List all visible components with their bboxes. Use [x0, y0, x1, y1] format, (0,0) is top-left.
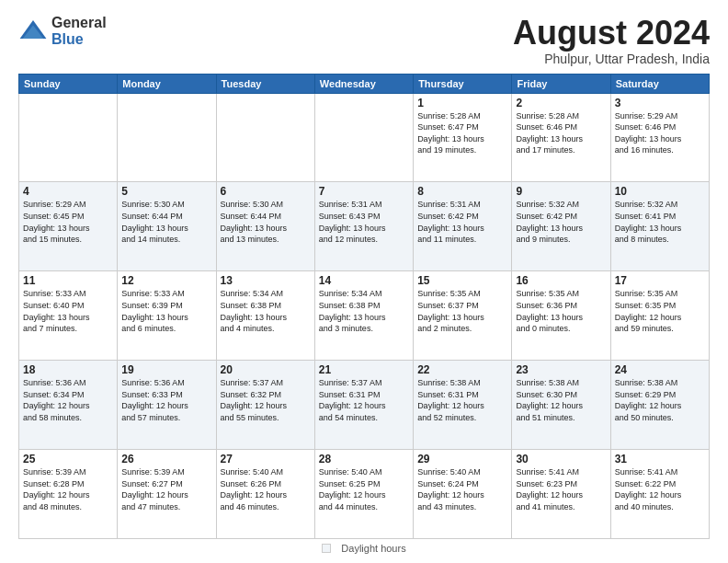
- logo-blue: Blue: [51, 31, 107, 48]
- table-row: 30Sunrise: 5:41 AM Sunset: 6:23 PM Dayli…: [512, 450, 610, 539]
- table-row: 17Sunrise: 5:35 AM Sunset: 6:35 PM Dayli…: [610, 271, 709, 361]
- table-row: 7Sunrise: 5:31 AM Sunset: 6:43 PM Daylig…: [314, 182, 413, 271]
- day-info: Sunrise: 5:39 AM Sunset: 6:27 PM Dayligh…: [121, 466, 211, 512]
- col-monday: Monday: [118, 74, 216, 93]
- day-number: 21: [319, 363, 409, 376]
- col-saturday: Saturday: [610, 74, 709, 93]
- day-number: 7: [319, 185, 409, 198]
- logo: General Blue: [18, 15, 107, 47]
- day-number: 10: [615, 185, 705, 198]
- day-info: Sunrise: 5:33 AM Sunset: 6:40 PM Dayligh…: [23, 288, 113, 334]
- logo-text: General Blue: [51, 15, 107, 47]
- day-number: 29: [417, 453, 507, 465]
- table-row: 6Sunrise: 5:30 AM Sunset: 6:44 PM Daylig…: [216, 182, 314, 271]
- day-info: Sunrise: 5:39 AM Sunset: 6:28 PM Dayligh…: [23, 466, 113, 512]
- table-row: 2Sunrise: 5:28 AM Sunset: 6:46 PM Daylig…: [512, 93, 610, 182]
- day-info: Sunrise: 5:38 AM Sunset: 6:31 PM Dayligh…: [417, 377, 507, 423]
- day-info: Sunrise: 5:28 AM Sunset: 6:46 PM Dayligh…: [516, 110, 606, 156]
- table-row: 4Sunrise: 5:29 AM Sunset: 6:45 PM Daylig…: [19, 182, 118, 271]
- calendar-header-row: Sunday Monday Tuesday Wednesday Thursday…: [19, 74, 710, 93]
- day-number: 15: [417, 274, 507, 287]
- col-sunday: Sunday: [19, 74, 118, 93]
- day-number: 30: [516, 453, 606, 465]
- table-row: 8Sunrise: 5:31 AM Sunset: 6:42 PM Daylig…: [414, 182, 512, 271]
- day-number: 8: [417, 185, 507, 198]
- day-info: Sunrise: 5:38 AM Sunset: 6:29 PM Dayligh…: [615, 377, 705, 423]
- month-title: August 2024: [513, 15, 710, 52]
- day-number: 13: [221, 274, 311, 287]
- day-number: 18: [23, 363, 113, 376]
- day-info: Sunrise: 5:35 AM Sunset: 6:36 PM Dayligh…: [516, 288, 606, 334]
- day-number: 19: [121, 363, 211, 376]
- footer-dot: [322, 544, 331, 553]
- table-row: 31Sunrise: 5:41 AM Sunset: 6:22 PM Dayli…: [610, 450, 709, 539]
- day-number: 26: [121, 453, 211, 465]
- page: General Blue August 2024 Phulpur, Uttar …: [0, 0, 728, 563]
- table-row: 22Sunrise: 5:38 AM Sunset: 6:31 PM Dayli…: [414, 361, 512, 450]
- table-row: 28Sunrise: 5:40 AM Sunset: 6:25 PM Dayli…: [314, 450, 413, 539]
- day-number: 1: [417, 97, 507, 109]
- table-row: 25Sunrise: 5:39 AM Sunset: 6:28 PM Dayli…: [19, 450, 118, 539]
- day-info: Sunrise: 5:40 AM Sunset: 6:24 PM Dayligh…: [417, 466, 507, 512]
- logo-general: General: [51, 15, 107, 31]
- day-number: 25: [23, 453, 113, 465]
- table-row: 29Sunrise: 5:40 AM Sunset: 6:24 PM Dayli…: [414, 450, 512, 539]
- day-number: 23: [516, 363, 606, 376]
- day-info: Sunrise: 5:36 AM Sunset: 6:33 PM Dayligh…: [121, 377, 211, 423]
- table-row: 3Sunrise: 5:29 AM Sunset: 6:46 PM Daylig…: [610, 93, 709, 182]
- day-number: 9: [516, 185, 606, 198]
- table-row: [216, 93, 314, 182]
- table-row: [118, 93, 216, 182]
- day-number: 27: [221, 453, 311, 465]
- table-row: 9Sunrise: 5:32 AM Sunset: 6:42 PM Daylig…: [512, 182, 610, 271]
- day-number: 17: [615, 274, 705, 287]
- subtitle: Phulpur, Uttar Pradesh, India: [513, 52, 710, 66]
- day-number: 2: [516, 97, 606, 109]
- table-row: 21Sunrise: 5:37 AM Sunset: 6:31 PM Dayli…: [314, 361, 413, 450]
- day-info: Sunrise: 5:37 AM Sunset: 6:32 PM Dayligh…: [221, 377, 311, 423]
- day-info: Sunrise: 5:31 AM Sunset: 6:43 PM Dayligh…: [319, 199, 409, 245]
- day-info: Sunrise: 5:38 AM Sunset: 6:30 PM Dayligh…: [516, 377, 606, 423]
- day-info: Sunrise: 5:34 AM Sunset: 6:38 PM Dayligh…: [319, 288, 409, 334]
- table-row: 10Sunrise: 5:32 AM Sunset: 6:41 PM Dayli…: [610, 182, 709, 271]
- table-row: 14Sunrise: 5:34 AM Sunset: 6:38 PM Dayli…: [314, 271, 413, 361]
- table-row: 15Sunrise: 5:35 AM Sunset: 6:37 PM Dayli…: [414, 271, 512, 361]
- table-row: 26Sunrise: 5:39 AM Sunset: 6:27 PM Dayli…: [118, 450, 216, 539]
- day-number: 11: [23, 274, 113, 287]
- title-area: August 2024 Phulpur, Uttar Pradesh, Indi…: [513, 15, 710, 66]
- day-number: 5: [121, 185, 211, 198]
- day-info: Sunrise: 5:35 AM Sunset: 6:37 PM Dayligh…: [417, 288, 507, 334]
- day-info: Sunrise: 5:33 AM Sunset: 6:39 PM Dayligh…: [121, 288, 211, 334]
- table-row: [314, 93, 413, 182]
- table-row: 11Sunrise: 5:33 AM Sunset: 6:40 PM Dayli…: [19, 271, 118, 361]
- footer: Daylight hours: [18, 539, 710, 554]
- day-info: Sunrise: 5:37 AM Sunset: 6:31 PM Dayligh…: [319, 377, 409, 423]
- table-row: 12Sunrise: 5:33 AM Sunset: 6:39 PM Dayli…: [118, 271, 216, 361]
- calendar-week-row: 18Sunrise: 5:36 AM Sunset: 6:34 PM Dayli…: [19, 361, 710, 450]
- day-info: Sunrise: 5:36 AM Sunset: 6:34 PM Dayligh…: [23, 377, 113, 423]
- day-number: 3: [615, 97, 705, 109]
- day-info: Sunrise: 5:30 AM Sunset: 6:44 PM Dayligh…: [221, 199, 311, 245]
- calendar-week-row: 25Sunrise: 5:39 AM Sunset: 6:28 PM Dayli…: [19, 450, 710, 539]
- day-number: 28: [319, 453, 409, 465]
- table-row: 16Sunrise: 5:35 AM Sunset: 6:36 PM Dayli…: [512, 271, 610, 361]
- table-row: 20Sunrise: 5:37 AM Sunset: 6:32 PM Dayli…: [216, 361, 314, 450]
- day-info: Sunrise: 5:41 AM Sunset: 6:22 PM Dayligh…: [615, 466, 705, 512]
- table-row: 24Sunrise: 5:38 AM Sunset: 6:29 PM Dayli…: [610, 361, 709, 450]
- day-info: Sunrise: 5:40 AM Sunset: 6:25 PM Dayligh…: [319, 466, 409, 512]
- table-row: 19Sunrise: 5:36 AM Sunset: 6:33 PM Dayli…: [118, 361, 216, 450]
- day-info: Sunrise: 5:29 AM Sunset: 6:46 PM Dayligh…: [615, 110, 705, 156]
- calendar-week-row: 11Sunrise: 5:33 AM Sunset: 6:40 PM Dayli…: [19, 271, 710, 361]
- table-row: 23Sunrise: 5:38 AM Sunset: 6:30 PM Dayli…: [512, 361, 610, 450]
- day-info: Sunrise: 5:30 AM Sunset: 6:44 PM Dayligh…: [121, 199, 211, 245]
- calendar-week-row: 1Sunrise: 5:28 AM Sunset: 6:47 PM Daylig…: [19, 93, 710, 182]
- day-info: Sunrise: 5:40 AM Sunset: 6:26 PM Dayligh…: [221, 466, 311, 512]
- day-info: Sunrise: 5:28 AM Sunset: 6:47 PM Dayligh…: [417, 110, 507, 156]
- day-number: 16: [516, 274, 606, 287]
- col-friday: Friday: [512, 74, 610, 93]
- day-info: Sunrise: 5:34 AM Sunset: 6:38 PM Dayligh…: [221, 288, 311, 334]
- table-row: 1Sunrise: 5:28 AM Sunset: 6:47 PM Daylig…: [414, 93, 512, 182]
- table-row: 18Sunrise: 5:36 AM Sunset: 6:34 PM Dayli…: [19, 361, 118, 450]
- day-number: 6: [221, 185, 311, 198]
- day-number: 12: [121, 274, 211, 287]
